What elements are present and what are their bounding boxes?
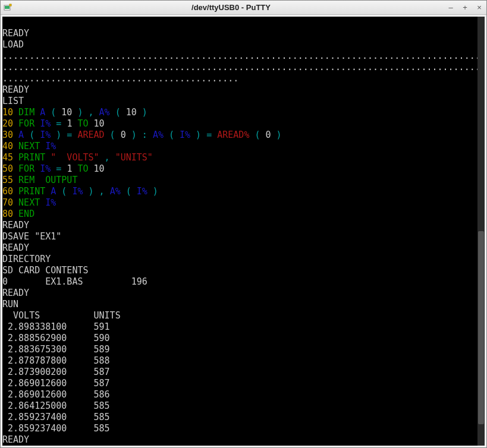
window-buttons: – + × [446, 3, 484, 12]
code-line: 40 NEXT I% [2, 141, 56, 152]
dsave-cmd: DSAVE "EX1" [2, 231, 61, 242]
maximize-button[interactable]: + [460, 3, 470, 12]
output-row: 2.869012600 587 [2, 378, 110, 389]
code-line: 10 DIM A ( 10 ) , A% ( 10 ) [2, 107, 147, 118]
dots-line: ........................................… [2, 51, 485, 61]
ready-line: READY [2, 84, 29, 95]
code-line: 45 PRINT " VOLTS" , "UNITS" [2, 152, 153, 163]
output-row: 2.869012600 586 [2, 389, 110, 400]
code-line: 55 REM OUTPUT [2, 175, 77, 185]
output-header: VOLTS UNITS [2, 310, 121, 321]
scrollbar-thumb[interactable] [478, 231, 484, 424]
list-cmd: LIST [2, 96, 24, 106]
directory-cmd: DIRECTORY [2, 254, 51, 264]
close-button[interactable]: × [475, 3, 484, 12]
scrollbar[interactable] [477, 17, 485, 446]
output-row: 2.859237400 585 [2, 412, 110, 422]
svg-rect-1 [5, 6, 10, 9]
titlebar[interactable]: /dev/ttyUSB0 - PuTTY – + × [1, 1, 486, 15]
code-line: 70 NEXT I% [2, 197, 56, 208]
terminal-content: READY LOAD .............................… [2, 17, 485, 446]
app-icon [3, 3, 12, 12]
dots-line: ........................................… [2, 62, 485, 72]
output-row: 2.859237400 585 [2, 423, 110, 434]
file-entry: 0 EX1.BAS 196 [2, 276, 147, 287]
output-row: 2.873900200 587 [2, 367, 110, 377]
ready-line: READY [2, 28, 29, 39]
output-row: 2.883675300 589 [2, 344, 110, 355]
load-cmd: LOAD [2, 39, 24, 50]
output-row: 2.864125000 585 [2, 400, 110, 411]
svg-rect-2 [10, 4, 11, 6]
ready-line: READY [2, 288, 29, 298]
code-line: 20 FOR I% = 1 TO 10 [2, 118, 105, 129]
output-row: 2.898338100 591 [2, 321, 110, 332]
window-title: /dev/ttyUSB0 - PuTTY [16, 3, 446, 12]
run-cmd: RUN [2, 299, 18, 310]
ready-line: READY [2, 434, 29, 445]
code-line: 80 END [2, 209, 34, 219]
code-line: 50 FOR I% = 1 TO 10 [2, 163, 105, 174]
minimize-button[interactable]: – [446, 3, 455, 12]
ready-line: READY [2, 220, 29, 231]
putty-window: /dev/ttyUSB0 - PuTTY – + × READY LOAD ..… [0, 0, 487, 448]
terminal-area[interactable]: READY LOAD .............................… [2, 17, 485, 446]
sdcard-header: SD CARD CONTENTS [2, 265, 89, 276]
code-line: 60 PRINT A ( I% ) , A% ( I% ) [2, 186, 158, 197]
code-line: 30 A ( I% ) = AREAD ( 0 ) : A% ( I% ) = … [2, 130, 282, 140]
output-row: 2.878787800 588 [2, 355, 110, 366]
ready-line: READY [2, 242, 29, 253]
output-row: 2.888562900 590 [2, 333, 110, 343]
dots-line: ........................................… [2, 73, 238, 84]
